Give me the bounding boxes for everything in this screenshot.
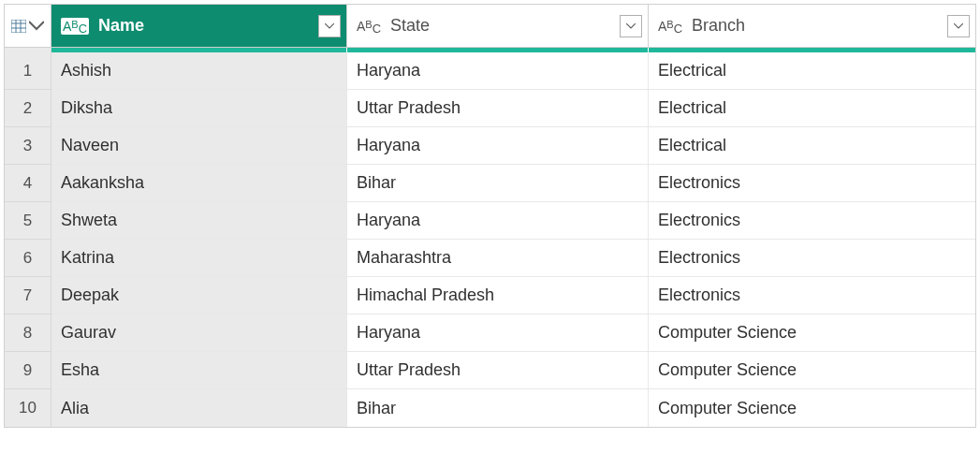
cell-name[interactable]: Naveen [51, 127, 347, 165]
cell-name[interactable]: Diksha [51, 90, 347, 127]
table-row[interactable]: 6KatrinaMaharashtraElectronics [5, 240, 975, 277]
cell-branch[interactable]: Electronics [649, 165, 975, 202]
filter-button-branch[interactable] [947, 15, 970, 37]
table-row[interactable]: 10AliaBiharComputer Science [5, 389, 975, 427]
type-text-icon: ABC [61, 18, 89, 35]
row-number[interactable]: 5 [5, 202, 51, 240]
cell-branch[interactable]: Computer Science [649, 314, 975, 352]
cell-state[interactable]: Haryana [347, 202, 649, 240]
cell-branch[interactable]: Computer Science [649, 352, 975, 389]
cell-name[interactable]: Deepak [51, 277, 347, 314]
cell-branch[interactable]: Electronics [649, 277, 975, 314]
data-table: ABC Name ABC State ABC Branch 1AshishHar… [4, 4, 976, 428]
column-label: Branch [692, 16, 745, 36]
table-row[interactable]: 3NaveenHaryanaElectrical [5, 127, 975, 165]
table-row[interactable]: 8GauravHaryanaComputer Science [5, 314, 975, 352]
row-number[interactable]: 10 [5, 389, 51, 427]
chevron-down-icon [325, 23, 334, 29]
cell-branch[interactable]: Electronics [649, 240, 975, 277]
row-number[interactable]: 2 [5, 90, 51, 127]
cell-branch[interactable]: Computer Science [649, 389, 975, 427]
row-number[interactable]: 8 [5, 314, 51, 352]
cell-state[interactable]: Haryana [347, 314, 649, 352]
row-number[interactable]: 6 [5, 240, 51, 277]
row-number[interactable]: 7 [5, 277, 51, 314]
table-row[interactable]: 9EshaUttar PradeshComputer Science [5, 352, 975, 389]
chevron-down-icon [626, 23, 636, 29]
filter-button-name[interactable] [318, 15, 341, 37]
cell-name[interactable]: Esha [51, 352, 347, 389]
chevron-down-icon [29, 20, 44, 33]
column-label: State [390, 16, 430, 36]
type-text-icon: ABC [357, 19, 381, 34]
cell-name[interactable]: Alia [51, 389, 347, 427]
table-row[interactable]: 2DikshaUttar PradeshElectrical [5, 90, 975, 127]
row-number[interactable]: 3 [5, 127, 51, 165]
cell-state[interactable]: Himachal Pradesh [347, 277, 649, 314]
cell-name[interactable]: Shweta [51, 202, 347, 240]
column-label: Name [98, 16, 144, 36]
cell-state[interactable]: Bihar [347, 389, 649, 427]
cell-branch[interactable]: Electrical [649, 90, 975, 127]
cell-branch[interactable]: Electronics [649, 202, 975, 240]
table-row[interactable]: 1AshishHaryanaElectrical [5, 52, 975, 90]
chevron-down-icon [954, 23, 963, 29]
cell-state[interactable]: Haryana [347, 127, 649, 165]
column-header-name[interactable]: ABC Name [51, 5, 347, 48]
row-number[interactable]: 4 [5, 165, 51, 202]
column-header-state[interactable]: ABC State [347, 5, 649, 48]
row-number[interactable]: 1 [5, 52, 51, 90]
cell-name[interactable]: Gaurav [51, 314, 347, 352]
cell-name[interactable]: Katrina [51, 240, 347, 277]
table-row[interactable]: 4AakankshaBiharElectronics [5, 165, 975, 202]
table-header-row: ABC Name ABC State ABC Branch [5, 5, 975, 48]
type-text-icon: ABC [658, 19, 682, 34]
cell-name[interactable]: Aakanksha [51, 165, 347, 202]
row-number[interactable]: 9 [5, 352, 51, 389]
column-header-branch[interactable]: ABC Branch [649, 5, 975, 48]
cell-state[interactable]: Uttar Pradesh [347, 352, 649, 389]
cell-branch[interactable]: Electrical [649, 52, 975, 90]
table-row[interactable]: 7DeepakHimachal PradeshElectronics [5, 277, 975, 314]
cell-state[interactable]: Bihar [347, 165, 649, 202]
filter-button-state[interactable] [620, 15, 642, 37]
cell-state[interactable]: Haryana [347, 52, 649, 90]
svg-rect-0 [11, 20, 26, 33]
cell-branch[interactable]: Electrical [649, 127, 975, 165]
table-icon [11, 20, 44, 33]
table-row[interactable]: 5ShwetaHaryanaElectronics [5, 202, 975, 240]
cell-name[interactable]: Ashish [51, 52, 347, 90]
cell-state[interactable]: Maharashtra [347, 240, 649, 277]
table-menu-button[interactable] [5, 5, 51, 48]
cell-state[interactable]: Uttar Pradesh [347, 90, 649, 127]
